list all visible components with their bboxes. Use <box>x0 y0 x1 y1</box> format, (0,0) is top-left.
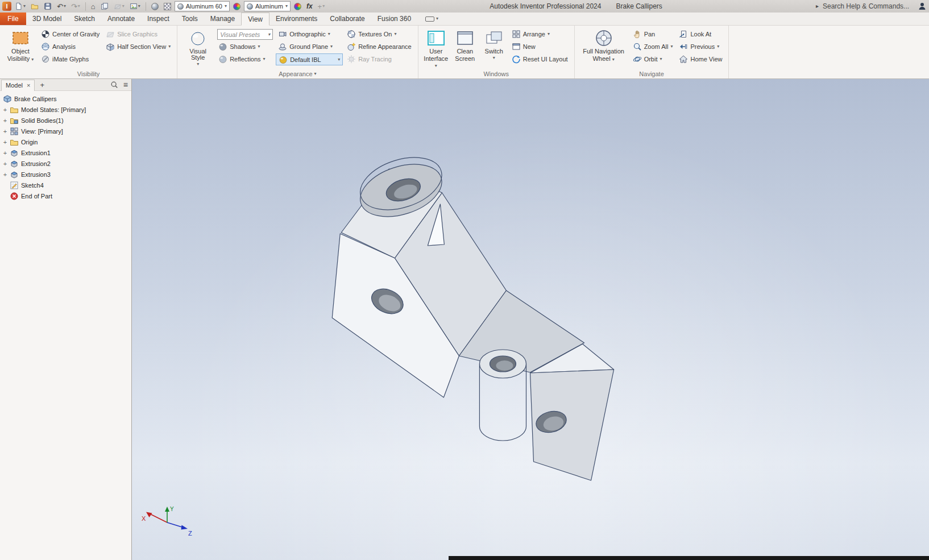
material-ball-button[interactable] <box>150 2 160 11</box>
ribbon: Object Visibility ▾ Center of Gravity An… <box>0 26 929 79</box>
shadows-button[interactable]: Shadows▾ <box>216 40 274 53</box>
expander-icon[interactable]: + <box>3 139 7 146</box>
sheets-button[interactable] <box>99 1 110 11</box>
browser-menu-icon[interactable]: ≡ <box>123 80 128 89</box>
search-input[interactable] <box>823 2 914 10</box>
tab-sketch[interactable]: Sketch <box>68 13 101 25</box>
slice-graphics-button[interactable]: Slice Graphics <box>103 28 173 40</box>
clean-screen-button[interactable]: Clean Screen <box>451 27 479 69</box>
open-button[interactable] <box>29 1 40 11</box>
material-select[interactable]: Aluminum 60▾ <box>175 1 230 11</box>
undo-button[interactable]: ↶▾ <box>55 2 68 11</box>
color-ball-button[interactable] <box>231 2 242 11</box>
group-label-appearance[interactable]: Appearance▾ <box>177 70 418 77</box>
parameters-fx-button[interactable]: fx <box>305 1 314 11</box>
tree-item-origin[interactable]: +Origin <box>0 136 131 147</box>
pan-button[interactable]: Pan <box>631 28 675 40</box>
ribbon-group-navigate: Full Navigation Wheel ▾ Pan Zoom All▾ Or… <box>575 26 729 78</box>
ray-tracing-button[interactable]: Ray Tracing <box>345 53 414 65</box>
visual-style-button[interactable]: Visual Style ▾ <box>181 27 214 69</box>
expander-icon[interactable]: + <box>3 171 7 178</box>
tree-item-extrusion1[interactable]: +Extrusion1 <box>0 147 131 158</box>
part-document-icon <box>3 94 12 103</box>
tree-item-extrusion3[interactable]: +Extrusion3 <box>0 169 131 180</box>
tab-inspect[interactable]: Inspect <box>141 13 176 25</box>
tree-item-solid-bodies[interactable]: +Solid Bodies(1) <box>0 115 131 126</box>
tab-manage[interactable]: Manage <box>204 13 241 25</box>
user-account-icon[interactable] <box>918 2 927 11</box>
switch-windows-button[interactable]: Switch ▾ <box>480 27 508 69</box>
visual-presets-select[interactable]: Visual Presets▾ <box>217 29 273 40</box>
save-button[interactable] <box>42 1 53 11</box>
arrange-button[interactable]: Arrange▾ <box>509 28 570 40</box>
previous-view-button[interactable]: Previous▾ <box>677 40 724 53</box>
image-button[interactable]: ▾ <box>128 1 142 11</box>
adjust-appearance-button[interactable] <box>292 2 303 11</box>
tree-item-end-of-part[interactable]: End of Part <box>0 190 131 201</box>
slice-graphics-icon <box>106 30 115 39</box>
browser-search-icon[interactable] <box>110 81 118 89</box>
new-file-button[interactable]: ▾ <box>13 1 27 11</box>
center-of-gravity-button[interactable]: Center of Gravity <box>39 28 102 40</box>
browser-tab-model[interactable]: Model × <box>1 80 35 91</box>
tree-item-extrusion2[interactable]: +Extrusion2 <box>0 158 131 169</box>
tab-view[interactable]: View <box>241 13 269 26</box>
zoom-all-button[interactable]: Zoom All▾ <box>631 40 675 53</box>
tab-tools[interactable]: Tools <box>176 13 204 25</box>
customize-toolbar-button[interactable]: +▾ <box>316 2 327 11</box>
tab-annotate[interactable]: Annotate <box>101 13 141 25</box>
expander-icon[interactable]: + <box>3 160 7 167</box>
look-at-button[interactable]: Look At <box>677 28 724 40</box>
tab-file[interactable]: File <box>0 13 26 25</box>
checker-icon <box>164 3 171 10</box>
expander-icon[interactable]: + <box>3 128 7 135</box>
reflections-button[interactable]: Reflections▾ <box>216 53 274 65</box>
object-visibility-button[interactable]: Object Visibility ▾ <box>4 27 37 69</box>
new-window-button[interactable]: New <box>509 40 570 53</box>
dropdown-caret-icon: ▾ <box>168 44 171 49</box>
tree-item-sketch4[interactable]: Sketch4 <box>0 180 131 190</box>
refine-appearance-button[interactable]: Refine Appearance <box>345 40 414 53</box>
dropdown-caret-icon: ▾ <box>258 44 260 49</box>
tab-3d-model[interactable]: 3D Model <box>26 13 68 25</box>
tab-environments[interactable]: Environments <box>269 13 324 25</box>
chevron-right-icon[interactable]: ▸ <box>816 3 819 9</box>
imate-glyphs-button[interactable]: iMate Glyphs <box>39 53 102 65</box>
viewport-3d[interactable]: X Y Z <box>132 79 929 560</box>
ribbon-display-toggle[interactable]: ▾ <box>425 13 438 25</box>
orthographic-button[interactable]: Orthographic▾ <box>276 28 343 40</box>
extrusion-icon <box>10 159 19 168</box>
tree-item-model-states[interactable]: +Model States: [Primary] <box>0 104 131 115</box>
brake-calliper-model[interactable] <box>132 79 929 560</box>
half-section-view-button[interactable]: Half Section View▾ <box>103 40 173 53</box>
tree-item-root[interactable]: Brake Callipers <box>0 93 131 104</box>
part-cylinder-boss[interactable] <box>479 350 526 441</box>
home-view-button[interactable]: Home View <box>677 53 724 65</box>
textures-on-button[interactable]: Textures On▾ <box>345 28 414 40</box>
texture-checker-button[interactable] <box>162 2 173 11</box>
home-button[interactable]: ⌂ <box>89 2 97 11</box>
browser-tab-bar: Model × + ≡ <box>0 79 131 91</box>
expander-icon[interactable]: + <box>3 106 7 113</box>
tab-fusion-360[interactable]: Fusion 360 <box>371 13 417 25</box>
redo-button[interactable]: ↷▾ <box>69 2 82 11</box>
add-browser-tab-button[interactable]: + <box>40 81 44 89</box>
tree-item-view-primary[interactable]: +View: [Primary] <box>0 126 131 136</box>
sketch-icon <box>10 181 19 190</box>
reset-ui-layout-button[interactable]: Reset UI Layout <box>509 53 570 65</box>
orbit-button[interactable]: Orbit▾ <box>631 53 675 65</box>
close-icon[interactable]: × <box>27 82 30 89</box>
analysis-button[interactable]: Analysis <box>39 40 102 53</box>
expander-icon[interactable]: + <box>3 150 7 156</box>
z-axis-label: Z <box>188 530 192 537</box>
expander-icon[interactable]: + <box>3 117 7 124</box>
ground-plane-button[interactable]: Ground Plane▾ <box>276 40 343 53</box>
full-navigation-wheel-button[interactable]: Full Navigation Wheel ▾ <box>579 27 629 69</box>
user-interface-button[interactable]: User Interface ▾ <box>422 27 450 69</box>
home-view-icon <box>679 55 688 64</box>
sweep-tool-button[interactable]: ▾ <box>112 1 126 11</box>
default-ibl-select[interactable]: Default IBL▾ <box>276 53 343 65</box>
tab-collaborate[interactable]: Collaborate <box>324 13 371 25</box>
window-title: Autodesk Inventor Professional 2024 Brak… <box>490 0 662 13</box>
appearance-select[interactable]: Aluminum▾ <box>244 1 291 11</box>
